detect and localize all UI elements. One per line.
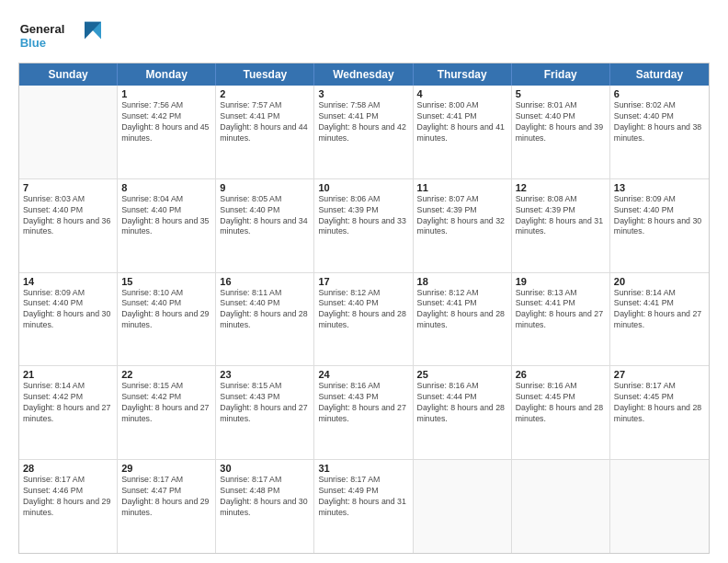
day-number: 8 [121,182,211,193]
day-cell: 29Sunrise: 8:17 AM Sunset: 4:47 PM Dayli… [118,460,216,553]
day-number: 30 [220,463,310,474]
day-number: 28 [23,463,113,474]
day-number: 16 [220,276,310,287]
day-number: 18 [417,276,507,287]
day-number: 12 [516,182,606,193]
day-cell: 25Sunrise: 8:16 AM Sunset: 4:44 PM Dayli… [414,366,512,459]
day-number: 29 [121,463,211,474]
day-cell: 30Sunrise: 8:17 AM Sunset: 4:48 PM Dayli… [216,460,314,553]
week-row-5: 28Sunrise: 8:17 AM Sunset: 4:46 PM Dayli… [19,460,709,553]
day-info: Sunrise: 8:07 AM Sunset: 4:39 PM Dayligh… [417,194,507,238]
day-info: Sunrise: 7:58 AM Sunset: 4:41 PM Dayligh… [318,100,408,144]
day-cell: 24Sunrise: 8:16 AM Sunset: 4:43 PM Dayli… [314,366,413,459]
day-info: Sunrise: 8:08 AM Sunset: 4:39 PM Dayligh… [516,194,606,238]
day-cell: 15Sunrise: 8:10 AM Sunset: 4:40 PM Dayli… [118,273,216,366]
day-cell [19,86,118,178]
day-number: 21 [23,369,113,380]
day-number: 3 [318,88,408,99]
svg-text:Blue: Blue [20,36,46,50]
day-cell: 9Sunrise: 8:05 AM Sunset: 4:40 PM Daylig… [216,179,314,272]
day-number: 4 [417,88,507,99]
day-cell: 19Sunrise: 8:13 AM Sunset: 4:41 PM Dayli… [512,273,610,366]
week-row-3: 14Sunrise: 8:09 AM Sunset: 4:40 PM Dayli… [19,273,709,367]
day-number: 24 [318,369,408,380]
day-info: Sunrise: 8:12 AM Sunset: 4:41 PM Dayligh… [417,288,507,332]
day-cell: 14Sunrise: 8:09 AM Sunset: 4:40 PM Dayli… [19,273,118,366]
day-info: Sunrise: 8:12 AM Sunset: 4:40 PM Dayligh… [318,288,408,332]
header-cell-tuesday: Tuesday [216,63,314,86]
day-info: Sunrise: 8:03 AM Sunset: 4:40 PM Dayligh… [23,194,113,238]
day-cell: 4Sunrise: 8:00 AM Sunset: 4:41 PM Daylig… [414,86,512,178]
day-info: Sunrise: 8:17 AM Sunset: 4:45 PM Dayligh… [614,381,705,425]
day-number: 22 [121,369,211,380]
day-cell: 16Sunrise: 8:11 AM Sunset: 4:40 PM Dayli… [216,273,314,366]
day-number: 9 [220,182,310,193]
day-number: 14 [23,276,113,287]
day-info: Sunrise: 8:04 AM Sunset: 4:40 PM Dayligh… [121,194,211,238]
day-cell: 3Sunrise: 7:58 AM Sunset: 4:41 PM Daylig… [314,86,413,178]
day-cell: 22Sunrise: 8:15 AM Sunset: 4:42 PM Dayli… [118,366,216,459]
day-info: Sunrise: 8:01 AM Sunset: 4:40 PM Dayligh… [516,100,606,144]
logo-svg: General Blue [18,17,101,53]
day-info: Sunrise: 8:15 AM Sunset: 4:42 PM Dayligh… [121,381,211,425]
day-info: Sunrise: 8:09 AM Sunset: 4:40 PM Dayligh… [23,288,113,332]
day-number: 23 [220,369,310,380]
day-info: Sunrise: 8:14 AM Sunset: 4:42 PM Dayligh… [23,381,113,425]
header-cell-monday: Monday [118,63,216,86]
day-cell: 5Sunrise: 8:01 AM Sunset: 4:40 PM Daylig… [512,86,610,178]
day-info: Sunrise: 8:06 AM Sunset: 4:39 PM Dayligh… [318,194,408,238]
day-cell: 7Sunrise: 8:03 AM Sunset: 4:40 PM Daylig… [19,179,118,272]
day-cell: 23Sunrise: 8:15 AM Sunset: 4:43 PM Dayli… [216,366,314,459]
day-cell: 27Sunrise: 8:17 AM Sunset: 4:45 PM Dayli… [610,366,709,459]
day-number: 11 [417,182,507,193]
day-info: Sunrise: 8:10 AM Sunset: 4:40 PM Dayligh… [121,288,211,332]
page: General Blue SundayMondayTuesdayWednesda… [0,0,728,563]
day-cell: 8Sunrise: 8:04 AM Sunset: 4:40 PM Daylig… [118,179,216,272]
day-number: 15 [121,276,211,287]
day-cell: 2Sunrise: 7:57 AM Sunset: 4:41 PM Daylig… [216,86,314,178]
day-number: 2 [220,88,310,99]
calendar-header: SundayMondayTuesdayWednesdayThursdayFrid… [19,63,709,86]
day-cell: 31Sunrise: 8:17 AM Sunset: 4:49 PM Dayli… [314,460,413,553]
day-info: Sunrise: 8:05 AM Sunset: 4:40 PM Dayligh… [220,194,310,238]
day-info: Sunrise: 8:16 AM Sunset: 4:43 PM Dayligh… [318,381,408,425]
day-cell: 1Sunrise: 7:56 AM Sunset: 4:42 PM Daylig… [118,86,216,178]
header: General Blue [18,17,710,53]
day-cell: 17Sunrise: 8:12 AM Sunset: 4:40 PM Dayli… [314,273,413,366]
day-info: Sunrise: 8:16 AM Sunset: 4:45 PM Dayligh… [516,381,606,425]
week-row-1: 1Sunrise: 7:56 AM Sunset: 4:42 PM Daylig… [19,86,709,179]
day-number: 5 [516,88,606,99]
day-number: 7 [23,182,113,193]
day-cell: 11Sunrise: 8:07 AM Sunset: 4:39 PM Dayli… [414,179,512,272]
header-cell-friday: Friday [512,63,610,86]
day-number: 19 [516,276,606,287]
week-row-4: 21Sunrise: 8:14 AM Sunset: 4:42 PM Dayli… [19,366,709,460]
day-info: Sunrise: 8:16 AM Sunset: 4:44 PM Dayligh… [417,381,507,425]
day-info: Sunrise: 7:56 AM Sunset: 4:42 PM Dayligh… [121,100,211,144]
day-cell [414,460,512,553]
day-cell: 21Sunrise: 8:14 AM Sunset: 4:42 PM Dayli… [19,366,118,459]
day-number: 13 [614,182,705,193]
week-row-2: 7Sunrise: 8:03 AM Sunset: 4:40 PM Daylig… [19,179,709,273]
day-cell: 18Sunrise: 8:12 AM Sunset: 4:41 PM Dayli… [414,273,512,366]
day-info: Sunrise: 7:57 AM Sunset: 4:41 PM Dayligh… [220,100,310,144]
day-number: 10 [318,182,408,193]
day-cell: 28Sunrise: 8:17 AM Sunset: 4:46 PM Dayli… [19,460,118,553]
day-info: Sunrise: 8:17 AM Sunset: 4:48 PM Dayligh… [220,475,310,519]
day-info: Sunrise: 8:15 AM Sunset: 4:43 PM Dayligh… [220,381,310,425]
header-cell-wednesday: Wednesday [314,63,413,86]
day-cell: 20Sunrise: 8:14 AM Sunset: 4:41 PM Dayli… [610,273,709,366]
day-info: Sunrise: 8:02 AM Sunset: 4:40 PM Dayligh… [614,100,705,144]
day-info: Sunrise: 8:13 AM Sunset: 4:41 PM Dayligh… [516,288,606,332]
day-number: 25 [417,369,507,380]
day-cell: 26Sunrise: 8:16 AM Sunset: 4:45 PM Dayli… [512,366,610,459]
day-cell: 6Sunrise: 8:02 AM Sunset: 4:40 PM Daylig… [610,86,709,178]
header-cell-saturday: Saturday [610,63,709,86]
calendar: SundayMondayTuesdayWednesdayThursdayFrid… [18,63,710,554]
header-cell-thursday: Thursday [414,63,512,86]
day-number: 1 [121,88,211,99]
header-cell-sunday: Sunday [19,63,118,86]
calendar-body: 1Sunrise: 7:56 AM Sunset: 4:42 PM Daylig… [19,86,709,553]
day-cell: 12Sunrise: 8:08 AM Sunset: 4:39 PM Dayli… [512,179,610,272]
day-cell [610,460,709,553]
